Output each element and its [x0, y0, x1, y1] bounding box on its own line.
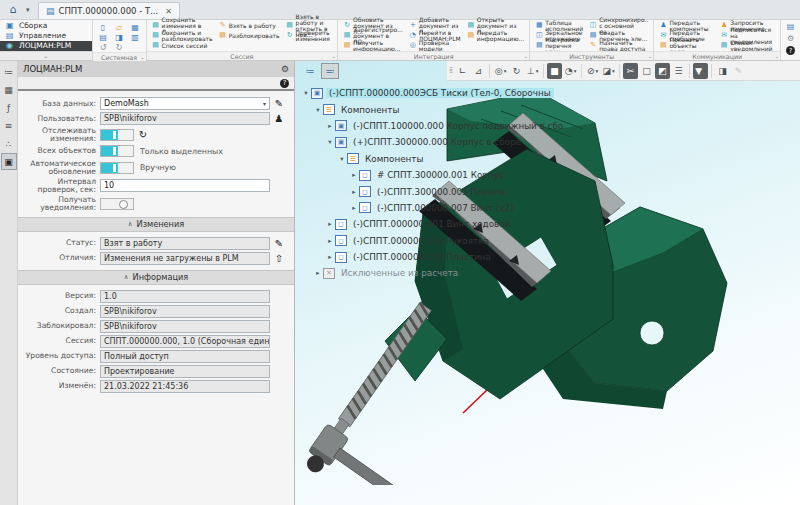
tree-row[interactable]: ▾▣(-)СППТ.000000.000ЭСБ Тиски (Тел-0, Сб… — [301, 85, 566, 101]
tree-expander-icon[interactable]: ▸ — [349, 204, 359, 212]
csys-plane-icon[interactable]: ⊿ — [471, 63, 486, 79]
structure-panel-icon[interactable]: ∴ — [1, 135, 17, 152]
refresh-icon[interactable]: ↻ — [134, 129, 152, 140]
assign-rights-button[interactable]: ✎Назначить права доступа — [587, 41, 650, 51]
tree-row[interactable]: ▸◻(-)СППТ.300000.003 Планка — [301, 183, 566, 199]
tree-row[interactable]: ▾☰Компоненты — [301, 101, 566, 117]
field-Интервал проверок, сек[interactable]: 10 — [100, 179, 270, 192]
app-tab-управление[interactable]: ▤Управление — [0, 30, 92, 40]
layers-icon[interactable]: ☰ — [671, 63, 686, 79]
send-info-button[interactable]: ▤Передать информацию... — [465, 31, 526, 41]
dropdown-caret-icon[interactable]: ▾ — [504, 68, 507, 74]
bom-setup-button[interactable]: ▤Настройка перечня элем.. — [533, 41, 585, 51]
tree-expander-icon[interactable]: ▸ — [325, 122, 335, 130]
dropdown-caret-icon[interactable]: ▾ — [612, 68, 615, 74]
group-dialog-launcher-icon[interactable]: ⌄ — [648, 52, 653, 61]
connect-icon[interactable]: ✎ — [270, 98, 288, 109]
check-model-button[interactable]: ◎Проверка модели — [407, 41, 463, 51]
lines-panel-icon[interactable]: ≡ — [1, 117, 17, 134]
plm-panel-icon[interactable]: ▣ — [1, 153, 17, 170]
panel-help-icon[interactable]: ? — [280, 79, 289, 88]
toggle-Получать уведомления[interactable] — [100, 198, 134, 210]
save-icon[interactable]: ▦ — [128, 22, 143, 32]
toggle-Автоматическое обновление[interactable] — [100, 162, 134, 174]
get-info-button[interactable]: ▤Получить информацию... — [341, 41, 405, 51]
box-select-icon[interactable]: ◩ — [655, 63, 670, 79]
check-changes-button[interactable]: ↻Проверить изменения — [284, 31, 334, 41]
user-icon[interactable]: ♟ — [270, 113, 288, 124]
new-doc-icon[interactable]: ▯ — [96, 22, 111, 32]
preview-icon[interactable]: ◨ — [112, 32, 127, 42]
tree-view-button[interactable]: ≔ — [301, 63, 319, 79]
status-icon[interactable]: ✎ — [270, 238, 288, 249]
tree-row[interactable]: ▸◻# СППТ.300000.001 Корпус — [301, 167, 566, 183]
dropdown-caret-icon[interactable]: ▾ — [574, 68, 577, 74]
table-panel-icon[interactable]: ▦ — [1, 81, 17, 98]
tree-expander-icon[interactable]: ▾ — [301, 89, 311, 97]
group-dialog-launcher-icon[interactable]: ⌄ — [524, 52, 529, 61]
tree-expander-icon[interactable]: ▸ — [325, 237, 335, 245]
clip-icon[interactable]: ✂ — [623, 63, 638, 79]
edit-doc-icon[interactable]: ▤ — [784, 21, 797, 32]
titlebar-caret-icon[interactable]: ▾ — [26, 0, 38, 19]
close-tab-icon[interactable]: ✕ — [165, 7, 172, 16]
section-view-icon[interactable]: ◪▾ — [601, 63, 616, 79]
app-tab-лоцман-plm[interactable]: ◉ЛОЦМАН:PLM — [0, 41, 92, 51]
upload-icon[interactable]: ⇧ — [270, 253, 288, 264]
section-Информация[interactable]: ∧Информация — [18, 270, 294, 285]
tree-row[interactable]: ▸◻(-)СППТ.000000.003 Рукоятка — [301, 233, 566, 249]
undo-icon[interactable]: ↺ — [96, 42, 111, 52]
rotate-view-icon[interactable]: ↻ — [509, 63, 524, 79]
tree-row[interactable]: ▸✕Исключенные из расчета — [301, 265, 566, 281]
section-Изменения[interactable]: ∧Изменения — [18, 217, 294, 232]
tree-expander-icon[interactable]: ▸ — [349, 171, 359, 179]
orient-icon[interactable]: ⊥▾ — [525, 63, 540, 79]
settings-gear-icon[interactable]: ⚙ — [784, 33, 797, 44]
hide-objects-icon[interactable]: ⊘▾ — [585, 63, 600, 79]
panel-gear-icon[interactable]: ⚙ — [281, 64, 289, 74]
open-icon[interactable]: ▱ — [112, 22, 127, 32]
shaded-view-icon[interactable]: ■ — [547, 63, 562, 79]
tree-row[interactable]: ▾▣(+)СППТ.300000.000 Корпус в сборе — [301, 134, 566, 150]
unlock-button[interactable]: ▤Разблокировать — [217, 31, 282, 41]
show-signed-button[interactable]: ▤Показать объекты подп... — [657, 41, 716, 51]
drag-handle[interactable]: ⁞⁞ — [449, 66, 452, 75]
tree-row[interactable]: ▾☰Компоненты — [301, 151, 566, 167]
tree-expander-icon[interactable]: ▾ — [313, 106, 323, 114]
tree-extra-button[interactable]: ≕ — [321, 63, 339, 79]
tree-expander-icon[interactable]: ▸ — [325, 220, 335, 228]
extra-view-icon[interactable]: ◨ — [715, 63, 730, 79]
tree-row[interactable]: ▸◻(-)СППТ.000000.001 Винт ходовой — [301, 216, 566, 232]
session-list-button[interactable]: ▤Список сессий — [150, 41, 215, 51]
tree-row[interactable]: ▸▣(-)СППТ.100000.000 Корпус подвижный в … — [301, 118, 566, 134]
tree-row[interactable]: ▸◻(-)СППТ.000000.007 Винт (x2) — [301, 200, 566, 216]
tree-expander-icon[interactable]: ▾ — [325, 138, 335, 146]
help-icon[interactable]: ? — [786, 46, 795, 55]
print-icon[interactable]: ▤ — [96, 32, 111, 42]
redo-icon[interactable]: ↻ — [112, 42, 127, 52]
tree-expander-icon[interactable]: ▸ — [325, 253, 335, 261]
tree-expander-icon[interactable]: ▸ — [349, 188, 359, 196]
notification-list-button[interactable]: ▤Список уведомлений — [718, 41, 777, 51]
app-tab-сборка[interactable]: ▣Сборка — [0, 20, 92, 30]
display-mode-icon[interactable]: ◔▾ — [563, 63, 578, 79]
tree-expander-icon[interactable]: ▸ — [313, 269, 323, 277]
dropdown-caret-icon[interactable]: ▾ — [703, 68, 706, 74]
toggle-Отслеживать изменения[interactable] — [100, 129, 134, 141]
3d-viewport[interactable]: ⁞⁞∟⊿◎▾↻⊥▾■◔▾⊘▾◪▾✂□◩☰▼▾◨✎ ≔≕ ▾▣(-)СППТ.00… — [295, 61, 800, 505]
toggle-Всех объектов[interactable] — [100, 145, 134, 157]
take-to-work-button[interactable]: ✎Взять в работу — [217, 21, 282, 31]
save-and-unlock-button[interactable]: ▤Сохранить и разблокировать — [150, 31, 215, 41]
document-tab[interactable]: ▤ СППТ.000000.000 - Т... ✕ — [38, 2, 180, 19]
filter-icon[interactable]: ▼▾ — [693, 63, 708, 79]
box-view-icon[interactable]: □ — [639, 63, 654, 79]
tree-row[interactable]: ▸◻(-)СППТ.000000.009 Пластина — [301, 249, 566, 265]
dropdown-caret-icon[interactable]: ▾ — [536, 68, 539, 74]
dropdown-caret-icon[interactable]: ▾ — [263, 100, 266, 107]
dropdown-caret-icon[interactable]: ▾ — [595, 68, 598, 74]
tree-expander-icon[interactable]: ▾ — [337, 155, 347, 163]
tree-panel-icon[interactable]: ≔ — [1, 63, 17, 80]
group-dialog-launcher-icon[interactable]: ⌄ — [774, 52, 779, 61]
zoom-icon[interactable]: ◎▾ — [493, 63, 508, 79]
save-all-icon[interactable]: ▥ — [128, 32, 143, 42]
